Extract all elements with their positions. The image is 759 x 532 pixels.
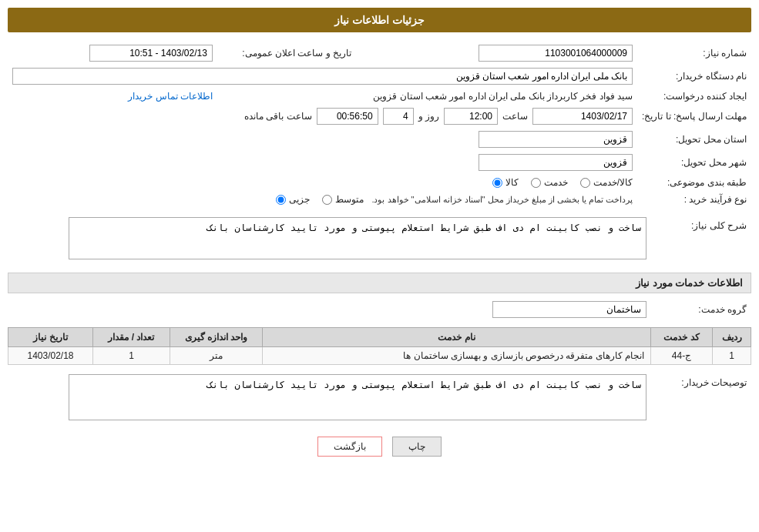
cell-row-num: 1 [713, 347, 751, 365]
description-table: شرح کلی نیاز: [8, 214, 751, 265]
deadline-date-input[interactable] [532, 108, 633, 125]
cell-service-name: انجام کارهای متفرقه درخصوص بازسازی و بهس… [263, 347, 651, 365]
announcement-cell [8, 42, 217, 65]
services-section: اطلاعات خدمات مورد نیاز گروه خدمت: ردیف … [8, 273, 751, 426]
table-row: 1 ج-44 انجام کارهای متفرقه درخصوص بازساز… [8, 347, 751, 365]
category-goods-service-label: کالا/خدمت [593, 177, 633, 188]
remaining-label: ساعت باقی مانده [244, 111, 312, 122]
buyer-notes-label: توصیحات خریدار: [651, 371, 751, 426]
purchase-radio-medium[interactable]: متوسط [322, 194, 364, 205]
need-description-textarea[interactable] [69, 217, 646, 259]
buyer-notes-textarea[interactable] [69, 374, 646, 420]
contact-link-cell: اطلاعات تماس خریدار [8, 88, 217, 105]
category-radio-goods[interactable]: کالا [492, 177, 519, 188]
purchase-label: نوع فرآیند خرید : [637, 191, 751, 208]
deadline-label: مهلت ارسال پاسخ: تا تاریخ: [637, 105, 751, 128]
province-input[interactable] [479, 131, 633, 148]
need-description-cell [8, 214, 651, 265]
cell-unit: متر [170, 347, 263, 365]
need-number-cell [379, 42, 637, 65]
deadline-cell: ساعت روز و ساعت باقی مانده [8, 105, 637, 128]
buyer-notes-table: توصیحات خریدار: [8, 371, 751, 426]
col-service-name: نام خدمت [263, 328, 651, 347]
col-row-num: ردیف [713, 328, 751, 347]
city-label: شهر محل تحویل: [637, 151, 751, 174]
category-cell: کالا/خدمت خدمت کالا [8, 174, 637, 191]
category-radio-goods-service-input[interactable] [580, 178, 590, 188]
need-number-label: شماره نیاز: [637, 42, 751, 65]
deadline-time-input[interactable] [444, 108, 498, 125]
service-group-input[interactable] [492, 301, 646, 318]
announcement-input[interactable] [89, 45, 213, 62]
col-service-code: کد خدمت [651, 328, 713, 347]
days-label: روز و [418, 111, 439, 122]
need-description-label: شرح کلی نیاز: [651, 214, 751, 265]
page-title: جزئیات اطلاعات نیاز [8, 8, 751, 32]
org-name-input[interactable] [12, 68, 633, 85]
back-button[interactable]: بازگشت [317, 437, 382, 457]
col-unit: واحد اندازه گیری [170, 328, 263, 347]
need-number-input[interactable] [479, 45, 633, 62]
form-section: شماره نیاز: تاریخ و ساعت اعلان عمومی: نا… [8, 42, 751, 265]
org-name-label: نام دستگاه خریدار: [637, 65, 751, 88]
category-radio-service-input[interactable] [531, 178, 541, 188]
contact-link[interactable]: اطلاعات تماس خریدار [128, 91, 213, 102]
province-cell [8, 128, 637, 151]
category-radio-goods-service[interactable]: کالا/خدمت [580, 177, 633, 188]
service-group-cell [8, 298, 651, 321]
time-label: ساعت [502, 111, 528, 122]
creator-value: سید فواد فخر کاربرداز بانک ملی ایران ادا… [373, 91, 633, 102]
creator-cell: سید فواد فخر کاربرداز بانک ملی ایران ادا… [217, 88, 637, 105]
city-cell [8, 151, 637, 174]
category-label: طبقه بندی موضوعی: [637, 174, 751, 191]
purchase-radio-medium-input[interactable] [322, 195, 332, 205]
category-radio-service[interactable]: خدمت [531, 177, 568, 188]
purchase-note: پرداخت تمام یا بخشی از مبلغ خریداز محل "… [371, 195, 633, 205]
province-label: استان محل تحویل: [637, 128, 751, 151]
services-data-table: ردیف کد خدمت نام خدمت واحد اندازه گیری ت… [8, 327, 751, 365]
announcement-label: تاریخ و ساعت اعلان عمومی: [217, 42, 356, 65]
purchase-radio-partial-input[interactable] [276, 195, 286, 205]
col-date: تاریخ نیاز [8, 328, 93, 347]
org-name-cell [8, 65, 637, 88]
purchase-partial-label: جزیی [289, 194, 310, 205]
buyer-notes-cell [8, 371, 651, 426]
deadline-remaining-input[interactable] [317, 108, 378, 125]
purchase-cell: پرداخت تمام یا بخشی از مبلغ خریداز محل "… [8, 191, 637, 208]
cell-date: 1403/02/18 [8, 347, 93, 365]
category-service-label: خدمت [544, 177, 568, 188]
print-button[interactable]: چاپ [392, 437, 442, 457]
category-goods-label: کالا [505, 177, 519, 188]
creator-label: ایجاد کننده درخواست: [637, 88, 751, 105]
col-quantity: تعداد / مقدار [93, 328, 170, 347]
purchase-radio-partial[interactable]: جزیی [276, 194, 310, 205]
services-section-title: اطلاعات خدمات مورد نیاز [8, 273, 751, 293]
buttons-row: چاپ بازگشت [8, 437, 751, 457]
service-group-label: گروه خدمت: [651, 298, 751, 321]
service-group-table: گروه خدمت: [8, 298, 751, 321]
info-table: شماره نیاز: تاریخ و ساعت اعلان عمومی: نا… [8, 42, 751, 208]
city-input[interactable] [479, 154, 633, 171]
cell-service-code: ج-44 [651, 347, 713, 365]
purchase-medium-label: متوسط [335, 194, 364, 205]
cell-quantity: 1 [93, 347, 170, 365]
category-radio-goods-input[interactable] [492, 178, 502, 188]
deadline-days-input[interactable] [383, 108, 414, 125]
